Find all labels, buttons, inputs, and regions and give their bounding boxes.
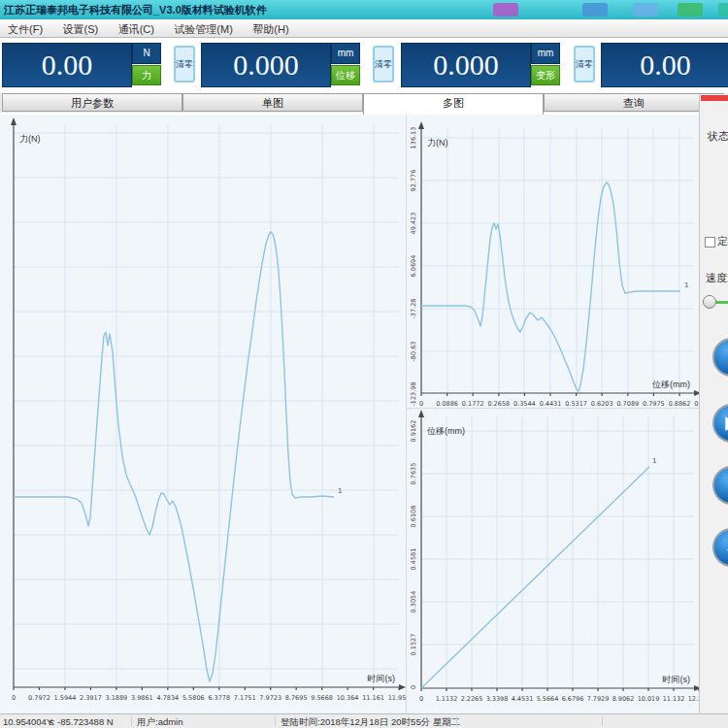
crosshead-up-button[interactable]: ↑ [712, 338, 728, 377]
cursor-y-readout: Y: -85.723488 N [47, 716, 114, 727]
y-tick-label: 0.7635 [410, 463, 417, 485]
readout-panel: 0.00 N 力 清零 0.000 mm 位移 清零 0.000 mm 变形 清… [0, 38, 728, 91]
series-label: 1 [684, 281, 689, 289]
x-tick-label: 3.3398 [486, 695, 509, 703]
x-axis-title: 时间(s) [663, 675, 691, 684]
menu-help[interactable]: 帮助(H) [245, 20, 296, 39]
y-tick-label: 0.9162 [410, 420, 417, 443]
y-tick-label: 0 [410, 685, 417, 689]
x-tick-label: 0 [12, 694, 16, 702]
force-clear-zero-button[interactable]: 清零 [174, 46, 195, 83]
y-tick-label: 0.6108 [410, 506, 417, 528]
chart-area: 00.79721.59442.39173.18893.98614.78345.5… [0, 113, 728, 713]
x-tick-label: 0.6203 [591, 400, 613, 408]
x-tick-label: 0.3544 [513, 400, 536, 408]
x-tick-label: 0.2658 [487, 400, 510, 408]
x-tick-label: 5.5664 [537, 695, 559, 703]
x-tick-label: 8.9062 [612, 695, 635, 703]
y-tick-label: 49.423 [410, 213, 417, 235]
force-time-main-curve [14, 232, 334, 681]
menu-file[interactable]: 文件(F) [0, 20, 50, 39]
x-tick-label: 1.5944 [54, 694, 77, 702]
x-tick-label: 3.9861 [131, 694, 153, 702]
x-tick-label: 1.1132 [436, 695, 458, 703]
control-panel: 状态: 定移 速度: ↑ ▶ 0 → [699, 94, 728, 713]
deformation-clear-zero-button[interactable]: 清零 [574, 46, 595, 83]
speed-slider-thumb[interactable] [703, 295, 716, 309]
x-tick-label: 10.019 [638, 695, 660, 703]
displacement-readout-value: 0.000 [201, 43, 331, 87]
x-tick-label: 6.3778 [208, 694, 230, 702]
force-time-main-svg: 00.79721.59442.39173.18893.98614.78345.5… [0, 115, 406, 713]
displacement-channel-label: 位移 [331, 65, 360, 85]
force-displacement-svg: 00.08860.17720.26580.35440.44310.53170.6… [407, 115, 700, 408]
x-tick-label: 2.3917 [80, 694, 102, 702]
x-tick-label: 8.7695 [285, 694, 308, 702]
tab-bar: 用户参数 单图 多图 查询 [0, 93, 728, 113]
tab-single-chart[interactable]: 单图 [182, 93, 363, 112]
tab-user-parameters[interactable]: 用户参数 [2, 93, 182, 112]
title-bar: 江苏正瑞泰邦电子科技有限公司_V3.0版材料试验机软件 [0, 0, 728, 19]
panel-accent-strip [701, 95, 728, 101]
y-tick-label: -80.63 [410, 342, 417, 362]
x-tick-label: 11.958 [388, 694, 406, 702]
displacement-clear-zero-button[interactable]: 清零 [373, 46, 394, 83]
displacement-unit-label: mm [331, 43, 360, 64]
y-axis-arrow-icon [11, 117, 17, 125]
force-time-chart[interactable]: 00.79721.59442.39173.18893.98614.78345.5… [0, 115, 406, 713]
x-tick-label: 7.1751 [234, 694, 256, 702]
x-tick-label: 6.6796 [562, 695, 584, 703]
x-tick-label: 0.7972 [28, 694, 50, 702]
deformation-channel-label: 变形 [531, 65, 560, 85]
x-tick-label: 0.7089 [616, 400, 639, 408]
return-zero-button[interactable]: 0 [712, 466, 728, 505]
x-tick-label: 0.0886 [436, 400, 458, 408]
series-label: 1 [338, 486, 343, 495]
start-test-button[interactable]: ▶ [712, 404, 728, 443]
lightblue-app-icon [633, 3, 658, 17]
tab-multi-chart[interactable]: 多图 [363, 93, 544, 115]
tab-query[interactable]: 查询 [544, 93, 724, 112]
y-tick-label: 6.0694 [410, 255, 417, 278]
x-tick-label: 5.5806 [182, 694, 205, 702]
x-tick-label: 7.9723 [259, 694, 281, 702]
y-tick-label: -37.28 [410, 299, 417, 319]
y-axis-arrow-icon [418, 121, 424, 129]
x-axis-arrow-icon [399, 684, 406, 690]
x-tick-label: 0 [419, 400, 423, 408]
displacement-time-svg: 01.11322.22653.33984.45315.56646.67967.7… [407, 409, 700, 714]
y-axis-title: 位移(mm) [427, 426, 465, 436]
menu-settings[interactable]: 设置(S) [55, 20, 107, 39]
jog-button[interactable]: → [712, 528, 728, 567]
series-label: 1 [652, 456, 657, 465]
x-tick-label: 4.4531 [512, 695, 534, 703]
force-displacement-chart[interactable]: 00.08860.17720.26580.35440.44310.53170.6… [406, 115, 700, 408]
x-axis-title: 时间(s) [368, 674, 396, 683]
speed-label: 速度: [706, 271, 728, 285]
x-tick-label: 10.364 [337, 694, 359, 702]
y-tick-label: 136.13 [410, 127, 417, 149]
force-unit-column: N 力 [132, 43, 161, 85]
green-app-icon [678, 3, 703, 17]
x-tick-label: 0.1772 [462, 400, 484, 408]
x-tick-label: 9.5668 [311, 694, 333, 702]
force-channel-label: 力 [132, 65, 161, 85]
status-label: 状态: [708, 129, 728, 144]
x-tick-label: 0 [419, 695, 423, 703]
y-tick-label: 0.3054 [410, 591, 417, 613]
login-time-readout: 登陆时间:2018年12月18日 20时55分 星期二 [281, 716, 460, 728]
displacement-time-chart[interactable]: 01.11322.22653.33984.45315.56646.67967.7… [406, 408, 700, 714]
x-tick-label: 2.2265 [461, 695, 483, 703]
displacement-time-curve [421, 467, 649, 688]
application-window: 江苏正瑞泰邦电子科技有限公司_V3.0版材料试验机软件 文件(F) 设置(S) … [0, 0, 728, 728]
x-tick-label: 11.132 [663, 695, 685, 703]
x-tick-label: 4.7834 [156, 694, 179, 702]
fixed-displacement-checkbox[interactable] [705, 237, 715, 248]
x-axis-title: 位移(mm) [652, 380, 690, 389]
y-axis-arrow-icon [418, 410, 424, 417]
force-unit-label: N [132, 43, 161, 64]
menu-test-management[interactable]: 试验管理(M) [166, 20, 241, 39]
time-readout-value: 0.00 [601, 43, 728, 87]
menu-communication[interactable]: 通讯(C) [111, 20, 162, 39]
deformation-unit-column: mm 变形 [531, 43, 560, 85]
